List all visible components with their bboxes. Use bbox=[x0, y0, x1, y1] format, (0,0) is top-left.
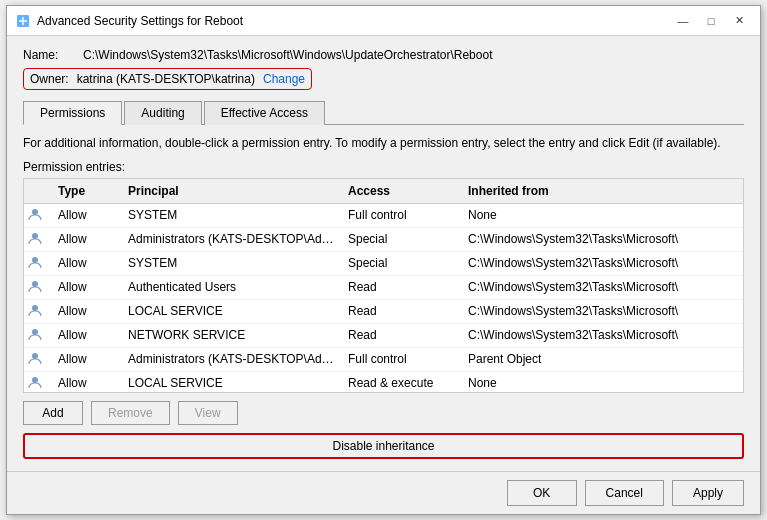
table-row[interactable]: Allow Administrators (KATS-DESKTOP\Admin… bbox=[24, 348, 743, 372]
ok-button[interactable]: OK bbox=[507, 480, 577, 506]
row-principal: NETWORK SERVICE bbox=[124, 325, 344, 345]
user-icon bbox=[28, 234, 42, 248]
col-principal: Principal bbox=[124, 182, 344, 200]
col-icon bbox=[24, 182, 54, 200]
row-icon bbox=[24, 348, 54, 371]
table-row[interactable]: Allow Authenticated Users Read C:\Window… bbox=[24, 276, 743, 300]
row-type: Allow bbox=[54, 229, 124, 249]
disable-inheritance-button[interactable]: Disable inheritance bbox=[23, 433, 744, 459]
user-icon bbox=[28, 282, 42, 296]
row-type: Allow bbox=[54, 325, 124, 345]
tab-auditing[interactable]: Auditing bbox=[124, 101, 201, 125]
svg-point-7 bbox=[32, 353, 38, 359]
name-row: Name: C:\Windows\System32\Tasks\Microsof… bbox=[23, 48, 744, 62]
cancel-button[interactable]: Cancel bbox=[585, 480, 664, 506]
row-access: Full control bbox=[344, 349, 464, 369]
row-icon bbox=[24, 300, 54, 323]
row-access: Special bbox=[344, 229, 464, 249]
row-principal: SYSTEM bbox=[124, 253, 344, 273]
row-access: Read bbox=[344, 277, 464, 297]
user-icon bbox=[28, 258, 42, 272]
user-icon bbox=[28, 354, 42, 368]
row-inherited: C:\Windows\System32\Tasks\Microsoft\ bbox=[464, 253, 743, 273]
table-row[interactable]: Allow LOCAL SERVICE Read & execute None bbox=[24, 372, 743, 393]
svg-point-5 bbox=[32, 305, 38, 311]
col-access: Access bbox=[344, 182, 464, 200]
row-icon bbox=[24, 372, 54, 393]
row-icon bbox=[24, 324, 54, 347]
name-value: C:\Windows\System32\Tasks\Microsoft\Wind… bbox=[83, 48, 492, 62]
row-inherited: Parent Object bbox=[464, 349, 743, 369]
row-access: Full control bbox=[344, 205, 464, 225]
owner-value: katrina (KATS-DESKTOP\katrina) bbox=[77, 72, 255, 86]
svg-point-2 bbox=[32, 233, 38, 239]
permissions-table: Type Principal Access Inherited from All… bbox=[23, 178, 744, 393]
col-type: Type bbox=[54, 182, 124, 200]
maximize-button[interactable]: □ bbox=[698, 10, 724, 32]
svg-point-6 bbox=[32, 329, 38, 335]
view-button[interactable]: View bbox=[178, 401, 238, 425]
row-icon bbox=[24, 204, 54, 227]
row-principal: Administrators (KATS-DESKTOP\Administra.… bbox=[124, 229, 344, 249]
row-inherited: C:\Windows\System32\Tasks\Microsoft\ bbox=[464, 277, 743, 297]
tab-permissions[interactable]: Permissions bbox=[23, 101, 122, 125]
user-icon bbox=[28, 306, 42, 320]
owner-label: Owner: bbox=[30, 72, 69, 86]
action-buttons: Add Remove View bbox=[23, 401, 744, 425]
main-window: Advanced Security Settings for Reboot — … bbox=[6, 5, 761, 515]
row-type: Allow bbox=[54, 373, 124, 393]
name-label: Name: bbox=[23, 48, 83, 62]
dialog-content: Name: C:\Windows\System32\Tasks\Microsof… bbox=[7, 36, 760, 471]
row-inherited: C:\Windows\System32\Tasks\Microsoft\ bbox=[464, 325, 743, 345]
row-access: Read & execute bbox=[344, 373, 464, 393]
title-bar: Advanced Security Settings for Reboot — … bbox=[7, 6, 760, 36]
info-text: For additional information, double-click… bbox=[23, 135, 744, 152]
row-access: Special bbox=[344, 253, 464, 273]
window-title: Advanced Security Settings for Reboot bbox=[37, 14, 670, 28]
row-type: Allow bbox=[54, 301, 124, 321]
row-type: Allow bbox=[54, 277, 124, 297]
row-principal: LOCAL SERVICE bbox=[124, 301, 344, 321]
change-owner-link[interactable]: Change bbox=[263, 72, 305, 86]
table-row[interactable]: Allow SYSTEM Special C:\Windows\System32… bbox=[24, 252, 743, 276]
table-row[interactable]: Allow NETWORK SERVICE Read C:\Windows\Sy… bbox=[24, 324, 743, 348]
remove-button[interactable]: Remove bbox=[91, 401, 170, 425]
footer: OK Cancel Apply bbox=[7, 471, 760, 514]
row-inherited: None bbox=[464, 373, 743, 393]
col-inherited: Inherited from bbox=[464, 182, 743, 200]
row-access: Read bbox=[344, 325, 464, 345]
svg-point-4 bbox=[32, 281, 38, 287]
row-principal: Authenticated Users bbox=[124, 277, 344, 297]
row-inherited: C:\Windows\System32\Tasks\Microsoft\ bbox=[464, 229, 743, 249]
window-controls: — □ ✕ bbox=[670, 10, 752, 32]
owner-row: Owner: katrina (KATS-DESKTOP\katrina) Ch… bbox=[23, 68, 312, 90]
user-icon bbox=[28, 330, 42, 344]
user-icon bbox=[28, 378, 42, 392]
tab-effective-access[interactable]: Effective Access bbox=[204, 101, 325, 125]
user-icon bbox=[28, 210, 42, 224]
row-type: Allow bbox=[54, 349, 124, 369]
table-row[interactable]: Allow Administrators (KATS-DESKTOP\Admin… bbox=[24, 228, 743, 252]
table-header: Type Principal Access Inherited from bbox=[24, 179, 743, 204]
svg-point-3 bbox=[32, 257, 38, 263]
close-button[interactable]: ✕ bbox=[726, 10, 752, 32]
row-type: Allow bbox=[54, 253, 124, 273]
row-inherited: None bbox=[464, 205, 743, 225]
tab-bar: Permissions Auditing Effective Access bbox=[23, 100, 744, 125]
minimize-button[interactable]: — bbox=[670, 10, 696, 32]
svg-point-8 bbox=[32, 377, 38, 383]
table-row[interactable]: Allow SYSTEM Full control None bbox=[24, 204, 743, 228]
row-principal: Administrators (KATS-DESKTOP\Administra.… bbox=[124, 349, 344, 369]
svg-point-1 bbox=[32, 209, 38, 215]
add-button[interactable]: Add bbox=[23, 401, 83, 425]
row-type: Allow bbox=[54, 205, 124, 225]
row-icon bbox=[24, 276, 54, 299]
row-inherited: C:\Windows\System32\Tasks\Microsoft\ bbox=[464, 301, 743, 321]
row-access: Read bbox=[344, 301, 464, 321]
permission-entries-label: Permission entries: bbox=[23, 160, 744, 174]
apply-button[interactable]: Apply bbox=[672, 480, 744, 506]
row-principal: LOCAL SERVICE bbox=[124, 373, 344, 393]
window-icon bbox=[15, 13, 31, 29]
table-row[interactable]: Allow LOCAL SERVICE Read C:\Windows\Syst… bbox=[24, 300, 743, 324]
row-icon bbox=[24, 252, 54, 275]
